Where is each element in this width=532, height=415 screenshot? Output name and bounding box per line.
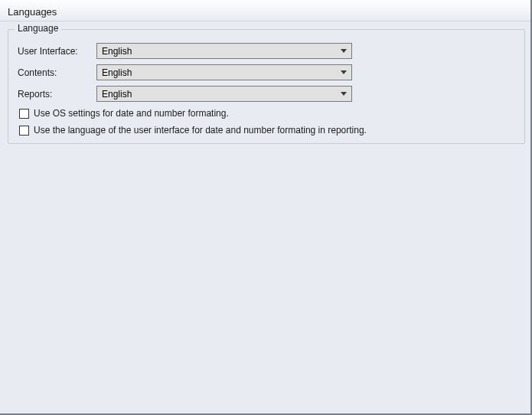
check-row-os-settings: Use OS settings for date and number form… (16, 106, 517, 121)
combo-contents-value: English (102, 67, 132, 78)
languages-panel: Languages Language User Interface: Engli… (0, 0, 532, 415)
checkbox-ui-language-reporting-label: Use the language of the user interface f… (34, 125, 367, 136)
language-group: Language User Interface: English Content… (8, 29, 525, 144)
checkbox-ui-language-reporting[interactable] (19, 126, 29, 136)
chevron-down-icon (339, 90, 348, 99)
combo-reports[interactable]: English (96, 86, 352, 102)
combo-user-interface[interactable]: English (96, 43, 352, 59)
content-area: Language User Interface: English Content… (0, 21, 530, 413)
combo-reports-value: English (102, 89, 132, 100)
form-rows: User Interface: English Contents: Englis… (8, 30, 524, 142)
label-reports: Reports: (16, 89, 96, 100)
chevron-down-icon (339, 68, 348, 77)
group-legend: Language (15, 23, 61, 34)
combo-contents[interactable]: English (96, 64, 352, 80)
checkbox-os-settings[interactable] (19, 109, 29, 119)
title-bar: Languages (0, 0, 530, 21)
label-user-interface: User Interface: (16, 46, 96, 57)
check-row-ui-language-reporting: Use the language of the user interface f… (16, 123, 517, 138)
chevron-down-icon (339, 47, 348, 56)
row-user-interface: User Interface: English (16, 41, 517, 61)
checkbox-os-settings-label: Use OS settings for date and number form… (34, 108, 229, 119)
row-reports: Reports: English (16, 83, 517, 104)
row-contents: Contents: English (16, 62, 517, 83)
page-title: Languages (8, 6, 57, 18)
label-contents: Contents: (16, 67, 96, 78)
combo-user-interface-value: English (102, 46, 132, 57)
